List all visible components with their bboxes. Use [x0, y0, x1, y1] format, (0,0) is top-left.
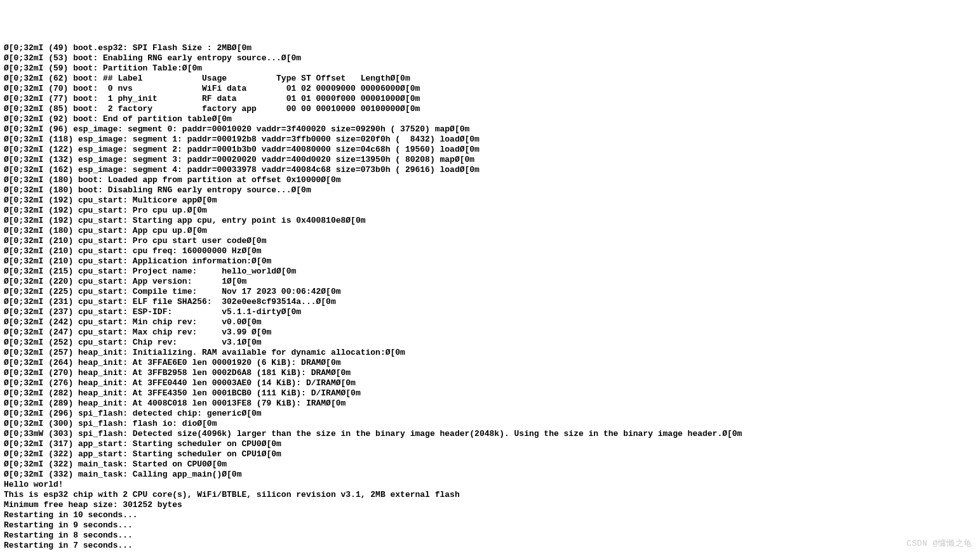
- log-line: Ø[0;32mI (49) boot.esp32: SPI Flash Size…: [4, 43, 976, 53]
- log-line: Restarting in 9 seconds...: [4, 520, 976, 531]
- log-line: Ø[0;32mI (300) spi_flash: flash io: dioØ…: [4, 419, 976, 429]
- log-line: Ø[0;32mI (85) boot: 2 factory factory ap…: [4, 104, 976, 114]
- log-line: Ø[0;32mI (122) esp_image: segment 2: pad…: [4, 145, 976, 155]
- log-line: Ø[0;32mI (264) heap_init: At 3FFAE6E0 le…: [4, 358, 976, 368]
- log-line: Ø[0;32mI (210) cpu_start: Application in…: [4, 256, 976, 267]
- log-line: Ø[0;32mI (257) heap_init: Initializing. …: [4, 348, 976, 358]
- log-line: Minimum free heap size: 301252 bytes: [4, 500, 976, 510]
- log-line: Ø[0;32mI (252) cpu_start: Chip rev: v3.1…: [4, 338, 976, 348]
- log-line: Ø[0;32mI (210) cpu_start: cpu freq: 1600…: [4, 246, 976, 256]
- log-line: Ø[0;32mI (62) boot: ## Label Usage Type …: [4, 74, 976, 84]
- log-line: Ø[0;32mI (180) cpu_start: App cpu up.Ø[0…: [4, 226, 976, 236]
- log-line: Hello world!: [4, 480, 976, 490]
- terminal-output: Ø[0;32mI (49) boot.esp32: SPI Flash Size…: [4, 43, 976, 551]
- log-line: Ø[0;32mI (282) heap_init: At 3FFE4350 le…: [4, 388, 976, 399]
- log-line: Ø[0;32mI (237) cpu_start: ESP-IDF: v5.1.…: [4, 307, 976, 317]
- watermark-text: CSDN @慵懒之龟: [906, 539, 972, 549]
- log-line: Ø[0;32mI (192) cpu_start: Pro cpu up.Ø[0…: [4, 206, 976, 216]
- log-line: Restarting in 7 seconds...: [4, 541, 976, 551]
- log-line: Ø[0;32mI (180) boot: Disabling RNG early…: [4, 185, 976, 195]
- log-line: Ø[0;32mI (225) cpu_start: Compile time: …: [4, 287, 976, 297]
- log-line: Ø[0;32mI (322) main_task: Started on CPU…: [4, 459, 976, 470]
- log-line: Restarting in 8 seconds...: [4, 531, 976, 541]
- log-line: Ø[0;32mI (215) cpu_start: Project name: …: [4, 267, 976, 277]
- log-line: Ø[0;32mI (322) app_start: Starting sched…: [4, 449, 976, 459]
- log-line: Ø[0;32mI (289) heap_init: At 4008C018 le…: [4, 399, 976, 409]
- log-line: Ø[0;32mI (220) cpu_start: App version: 1…: [4, 277, 976, 287]
- log-line: Ø[0;32mI (270) heap_init: At 3FFB2958 le…: [4, 368, 976, 378]
- log-line: Ø[0;32mI (247) cpu_start: Max chip rev: …: [4, 327, 976, 338]
- log-line: Ø[0;32mI (296) spi_flash: detected chip:…: [4, 409, 976, 419]
- log-line: Ø[0;32mI (210) cpu_start: Pro cpu start …: [4, 236, 976, 246]
- log-line: Ø[0;32mI (332) main_task: Calling app_ma…: [4, 470, 976, 480]
- log-line: Ø[0;33mW (303) spi_flash: Detected size(…: [4, 429, 976, 439]
- log-line: Ø[0;32mI (180) boot: Loaded app from par…: [4, 175, 976, 185]
- log-line: Ø[0;32mI (77) boot: 1 phy_init RF data 0…: [4, 94, 976, 104]
- log-line: Ø[0;32mI (162) esp_image: segment 4: pad…: [4, 165, 976, 175]
- log-line: Ø[0;32mI (231) cpu_start: ELF file SHA25…: [4, 297, 976, 307]
- log-line: Ø[0;32mI (118) esp_image: segment 1: pad…: [4, 135, 976, 145]
- log-line: Ø[0;32mI (317) app_start: Starting sched…: [4, 439, 976, 449]
- log-line: Ø[0;32mI (70) boot: 0 nvs WiFi data 01 0…: [4, 84, 976, 94]
- log-line: Ø[0;32mI (53) boot: Enabling RNG early e…: [4, 53, 976, 63]
- log-line: Ø[0;32mI (132) esp_image: segment 3: pad…: [4, 155, 976, 165]
- log-line: Ø[0;32mI (192) cpu_start: Starting app c…: [4, 216, 976, 226]
- log-line: This is esp32 chip with 2 CPU core(s), W…: [4, 490, 976, 500]
- log-line: Ø[0;32mI (276) heap_init: At 3FFE0440 le…: [4, 378, 976, 388]
- log-line: Ø[0;32mI (192) cpu_start: Multicore appØ…: [4, 195, 976, 206]
- log-line: Ø[0;32mI (96) esp_image: segment 0: padd…: [4, 124, 976, 135]
- log-line: Ø[0;32mI (59) boot: Partition Table:Ø[0m: [4, 63, 976, 74]
- log-line: Ø[0;32mI (242) cpu_start: Min chip rev: …: [4, 317, 976, 327]
- log-line: Restarting in 10 seconds...: [4, 510, 976, 520]
- log-line: Ø[0;32mI (92) boot: End of partition tab…: [4, 114, 976, 124]
